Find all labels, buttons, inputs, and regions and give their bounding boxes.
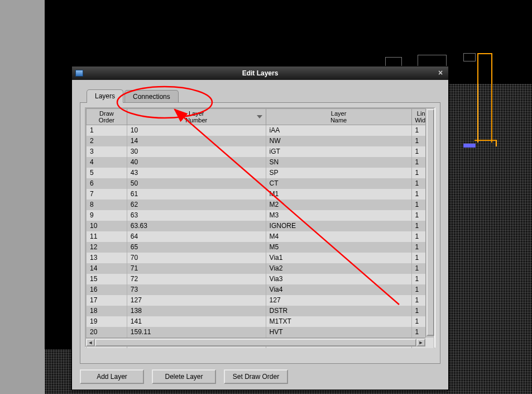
cell-name[interactable]: Via1 <box>266 253 411 263</box>
table-row[interactable]: 650CT1 <box>87 178 434 189</box>
table-row[interactable]: 862M21 <box>87 200 434 210</box>
cell-name[interactable]: 127 <box>266 295 411 306</box>
set-draw-order-button[interactable]: Set Draw Order <box>224 369 288 384</box>
cell-num[interactable]: 10 <box>127 125 266 136</box>
cell-order[interactable]: 14 <box>87 263 127 274</box>
table-row[interactable]: 110iAA1 <box>87 125 434 136</box>
vertical-scroll-thumb[interactable] <box>426 109 434 336</box>
col-layer-name[interactable]: Layer Name <box>266 109 411 125</box>
cell-order[interactable]: 18 <box>87 306 127 316</box>
cell-num[interactable]: 141 <box>127 316 266 327</box>
cell-name[interactable]: Via4 <box>266 284 411 295</box>
cell-order[interactable]: 8 <box>87 200 127 210</box>
cell-order[interactable]: 11 <box>87 231 127 242</box>
table-row[interactable]: 214NW1 <box>87 136 434 146</box>
cell-num[interactable]: 70 <box>127 253 266 263</box>
cell-num[interactable]: 14 <box>127 136 266 146</box>
cell-order[interactable]: 2 <box>87 136 127 146</box>
horizontal-scrollbar[interactable]: ◄ ► <box>86 338 425 346</box>
cell-order[interactable]: 13 <box>87 253 127 263</box>
add-layer-button[interactable]: Add Layer <box>80 369 144 384</box>
cell-num[interactable]: 71 <box>127 263 266 274</box>
table-row[interactable]: 1370Via11 <box>87 253 434 263</box>
table-row[interactable]: 1471Via21 <box>87 263 434 274</box>
cell-order[interactable]: 5 <box>87 168 127 178</box>
cell-num[interactable]: 50 <box>127 178 266 189</box>
cell-name[interactable]: M5 <box>266 242 411 253</box>
cell-name[interactable]: iAA <box>266 125 411 136</box>
cell-num[interactable]: 62 <box>127 200 266 210</box>
cell-order[interactable]: 6 <box>87 178 127 189</box>
cell-num[interactable]: 159.11 <box>127 327 266 338</box>
scroll-left-icon[interactable]: ◄ <box>86 339 95 346</box>
layout-rect <box>418 55 447 67</box>
tab-layers[interactable]: Layers <box>87 89 123 103</box>
cell-name[interactable]: SP <box>266 168 411 178</box>
cell-order[interactable]: 9 <box>87 210 127 221</box>
col-layer-number[interactable]: Layer Number <box>127 109 266 125</box>
scroll-right-icon[interactable]: ► <box>416 339 425 346</box>
cell-name[interactable]: M2 <box>266 200 411 210</box>
cell-num[interactable]: 63.63 <box>127 221 266 231</box>
cell-order[interactable]: 16 <box>87 284 127 295</box>
cell-name[interactable]: M1TXT <box>266 316 411 327</box>
cell-num[interactable]: 72 <box>127 274 266 284</box>
cell-num[interactable]: 65 <box>127 242 266 253</box>
table-row[interactable]: 1673Via41 <box>87 284 434 295</box>
cell-name[interactable]: DSTR <box>266 306 411 316</box>
table-row[interactable]: 330iGT1 <box>87 146 434 157</box>
cell-name[interactable]: Via2 <box>266 263 411 274</box>
table-row[interactable]: 963M31 <box>87 210 434 221</box>
cell-name[interactable]: iGT <box>266 146 411 157</box>
table-row[interactable]: 761M11 <box>87 189 434 200</box>
table-row[interactable]: 440SN1 <box>87 157 434 168</box>
delete-layer-button[interactable]: Delete Layer <box>152 369 216 384</box>
cell-order[interactable]: 3 <box>87 146 127 157</box>
tab-connections[interactable]: Connections <box>124 90 179 103</box>
cell-num[interactable]: 40 <box>127 157 266 168</box>
cell-num[interactable]: 43 <box>127 168 266 178</box>
cell-name[interactable]: CT <box>266 178 411 189</box>
cell-name[interactable]: IGNORE <box>266 221 411 231</box>
cell-num[interactable]: 64 <box>127 231 266 242</box>
table-row[interactable]: 171271271 <box>87 295 434 306</box>
cell-order[interactable]: 17 <box>87 295 127 306</box>
table-row[interactable]: 1265M51 <box>87 242 434 253</box>
cell-order[interactable]: 4 <box>87 157 127 168</box>
cell-name[interactable]: Via3 <box>266 274 411 284</box>
cell-order[interactable]: 10 <box>87 221 127 231</box>
cell-name[interactable]: M4 <box>266 231 411 242</box>
cell-order[interactable]: 20 <box>87 327 127 338</box>
vertical-scrollbar[interactable] <box>425 108 434 338</box>
cell-num[interactable]: 138 <box>127 306 266 316</box>
table-row[interactable]: 18138DSTR1 <box>87 306 434 316</box>
table-row[interactable]: 1572Via31 <box>87 274 434 284</box>
cell-name[interactable]: HVT <box>266 327 411 338</box>
cell-order[interactable]: 7 <box>87 189 127 200</box>
table-row[interactable]: 19141M1TXT1 <box>87 316 434 327</box>
dialog-titlebar[interactable]: Edit Layers × <box>72 67 448 80</box>
cell-num[interactable]: 73 <box>127 284 266 295</box>
horizontal-scroll-thumb[interactable] <box>95 339 416 346</box>
table-row[interactable]: 543SP1 <box>87 168 434 178</box>
layout-rect <box>463 144 476 148</box>
tab-panel-layers: Draw Order Layer Number Layer Name Line … <box>80 102 440 364</box>
table-row[interactable]: 1063.63IGNORE1 <box>87 221 434 231</box>
cell-name[interactable]: M1 <box>266 189 411 200</box>
layout-rect <box>463 53 476 61</box>
table-row[interactable]: 20159.11HVT1 <box>87 327 434 338</box>
col-draw-order[interactable]: Draw Order <box>87 109 127 125</box>
cell-num[interactable]: 127 <box>127 295 266 306</box>
close-icon[interactable]: × <box>436 69 445 78</box>
cell-name[interactable]: SN <box>266 157 411 168</box>
cell-num[interactable]: 30 <box>127 146 266 157</box>
cell-order[interactable]: 19 <box>87 316 127 327</box>
cell-order[interactable]: 12 <box>87 242 127 253</box>
cell-order[interactable]: 15 <box>87 274 127 284</box>
cell-name[interactable]: NW <box>266 136 411 146</box>
cell-num[interactable]: 63 <box>127 210 266 221</box>
cell-num[interactable]: 61 <box>127 189 266 200</box>
cell-name[interactable]: M3 <box>266 210 411 221</box>
table-row[interactable]: 1164M41 <box>87 231 434 242</box>
cell-order[interactable]: 1 <box>87 125 127 136</box>
